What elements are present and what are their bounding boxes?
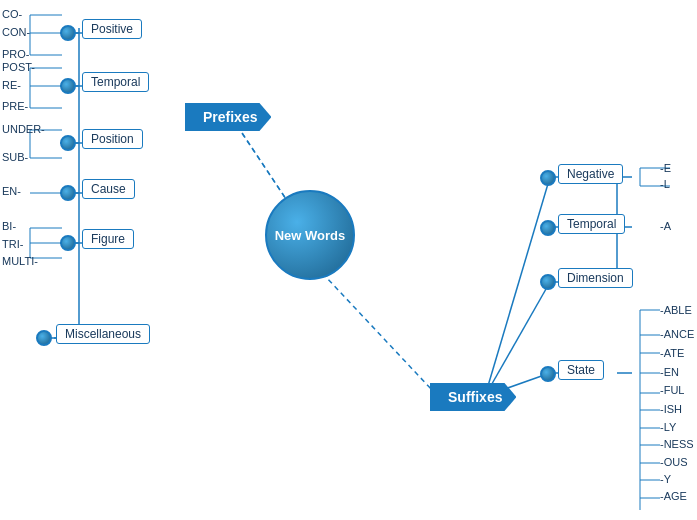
temporal-left-dot xyxy=(60,78,76,94)
negative-dot xyxy=(540,170,556,186)
position-dot xyxy=(60,135,76,151)
pro-label: PRO- xyxy=(2,48,30,60)
cause-dot xyxy=(60,185,76,201)
misc-dot xyxy=(36,330,52,346)
cause-node: Cause xyxy=(82,179,135,199)
prefixes-label: Prefixes xyxy=(203,109,257,125)
age-label: -AGE xyxy=(660,490,687,502)
ful-label: -FUL xyxy=(660,384,684,396)
suffix-e-label: -E xyxy=(660,162,671,174)
figure-dot xyxy=(60,235,76,251)
negative-node: Negative xyxy=(558,164,623,184)
temporal-right-dot xyxy=(540,220,556,236)
svg-line-56 xyxy=(485,177,550,396)
tri-label: TRI- xyxy=(2,238,23,250)
suffixes-node: Suffixes xyxy=(430,383,516,411)
ish-label: -ISH xyxy=(660,403,682,415)
under-label: UNDER- xyxy=(2,123,45,135)
sub-label: SUB- xyxy=(2,151,28,163)
ly-label: -LY xyxy=(660,421,676,433)
position-node: Position xyxy=(82,129,143,149)
center-node: New Words xyxy=(265,190,355,280)
temporal-left-node: Temporal xyxy=(82,72,149,92)
ance-label: -ANCE xyxy=(660,328,694,340)
misc-node: Miscellaneous xyxy=(56,324,150,344)
state-dot xyxy=(540,366,556,382)
svg-line-1 xyxy=(310,260,432,390)
temporal-right-node: Temporal xyxy=(558,214,625,234)
positive-dot xyxy=(60,25,76,41)
co-label: CO- xyxy=(2,8,22,20)
y-label: -Y xyxy=(660,473,671,485)
state-node: State xyxy=(558,360,604,380)
svg-line-57 xyxy=(485,282,550,396)
ness-label: -NESS xyxy=(660,438,694,450)
positive-node: Positive xyxy=(82,19,142,39)
pre-label: PRE- xyxy=(2,100,28,112)
en-label: EN- xyxy=(2,185,21,197)
suffix-a-label: -A xyxy=(660,220,671,232)
suffixes-label: Suffixes xyxy=(448,389,502,405)
post-label: POST- xyxy=(2,61,35,73)
ate-label: -ATE xyxy=(660,347,684,359)
ous-label: -OUS xyxy=(660,456,688,468)
dimension-node: Dimension xyxy=(558,268,633,288)
dimension-dot xyxy=(540,274,556,290)
prefixes-node: Prefixes xyxy=(185,103,271,131)
con-label: CON- xyxy=(2,26,30,38)
mindmap-canvas: New Words Prefixes Suffixes Positive CO-… xyxy=(0,0,697,520)
center-label: New Words xyxy=(275,228,346,243)
bi-label: BI- xyxy=(2,220,16,232)
en-suffix-label: -EN xyxy=(660,366,679,378)
suffix-l-label: -L xyxy=(660,178,670,190)
able-label: -ABLE xyxy=(660,304,692,316)
re-label: RE- xyxy=(2,79,21,91)
multi-label: MULTI- xyxy=(2,255,38,267)
figure-node: Figure xyxy=(82,229,134,249)
